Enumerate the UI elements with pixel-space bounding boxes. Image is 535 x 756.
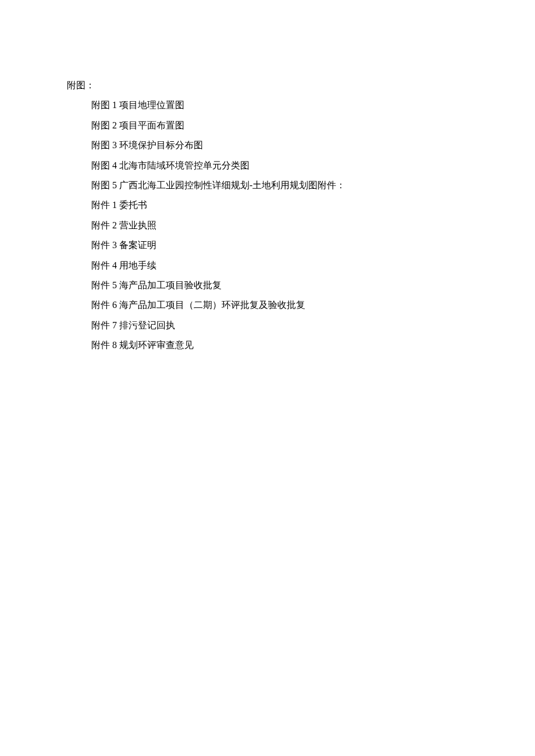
attachment-item: 附件 4 用地手续: [67, 256, 468, 275]
attachment-item: 附件 7 排污登记回执: [67, 316, 468, 335]
attachment-item: 附件 6 海产品加工项目（二期）环评批复及验收批复: [67, 295, 468, 315]
figure-item: 附图 3 环境保护目标分布图: [67, 135, 468, 155]
figure-item: 附图 1 项目地理位置图: [67, 95, 468, 115]
attachment-item: 附件 8 规划环评审查意见: [67, 335, 468, 355]
figure-item: 附图 5 广西北海工业园控制性详细规划-土地利用规划图附件：: [67, 175, 468, 195]
attachment-item: 附件 2 营业执照: [67, 216, 468, 235]
attachment-item: 附件 1 委托书: [67, 195, 468, 215]
figure-item: 附图 4 北海市陆域环境管控单元分类图: [67, 156, 468, 175]
attachment-item: 附件 5 海产品加工项目验收批复: [67, 275, 468, 295]
figures-section-header: 附图：: [67, 76, 468, 95]
figure-item: 附图 2 项目平面布置图: [67, 116, 468, 135]
attachment-item: 附件 3 备案证明: [67, 235, 468, 255]
